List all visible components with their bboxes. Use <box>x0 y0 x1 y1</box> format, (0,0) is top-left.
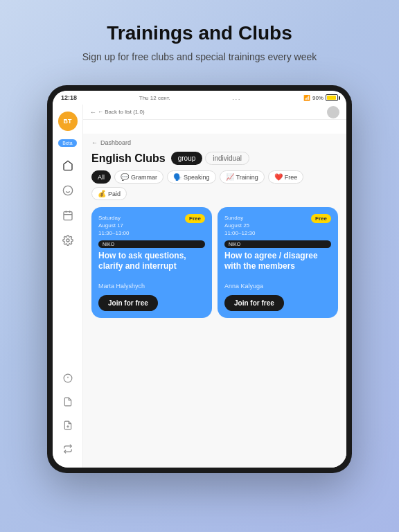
card-1-author: Marta Halyshych <box>98 283 205 290</box>
card-2-day: Sunday <box>224 214 256 222</box>
status-bar: 12:18 Thu 12 сент. ... 📶 90% <box>53 91 346 105</box>
sidebar-item-calendar[interactable] <box>60 208 76 223</box>
breadcrumb-arrow: ← <box>91 139 98 146</box>
sidebar-item-gear[interactable] <box>60 233 76 248</box>
card-2-join-btn[interactable]: Join for free <box>224 295 284 311</box>
card-1-title: How to ask questions, clarify and interr… <box>98 251 205 280</box>
svg-point-0 <box>63 186 72 195</box>
main-area: ← ← Back to list (1.0) ← Dashboard Engli… <box>83 105 346 468</box>
battery-area: 📶 90% <box>303 94 338 101</box>
sidebar-nav <box>60 152 76 371</box>
club-card-2: Sunday August 25 11:00–12:30 Free NIKO H… <box>218 207 338 318</box>
top-bar: ← ← Back to list (1.0) <box>83 105 346 120</box>
avatar[interactable]: BT <box>58 112 78 131</box>
breadcrumb-label: Dashboard <box>100 139 131 146</box>
card-1-niko-badge: NIKO <box>98 240 205 248</box>
card-1-join-btn[interactable]: Join for free <box>98 295 158 311</box>
card-1-date-num: August 17 <box>98 222 130 229</box>
back-label: ← Back to list (1.0) <box>98 109 145 115</box>
content: ← Dashboard English Clubs group individu… <box>83 134 346 468</box>
tab-individual-btn[interactable]: individual <box>205 152 249 165</box>
card-1-header: Saturday August 17 11:30–13:00 Free <box>98 214 205 238</box>
beta-badge: Beta <box>58 139 76 147</box>
breadcrumb: ← Dashboard <box>91 139 338 146</box>
sidebar-bottom-icon-3[interactable] <box>60 418 76 433</box>
card-2-niko-badge: NIKO <box>224 240 331 248</box>
top-avatar[interactable] <box>327 106 339 118</box>
card-1-time: 11:30–13:00 <box>98 229 130 237</box>
battery-icon <box>326 94 338 101</box>
page-header: English Clubs group individual <box>91 152 338 165</box>
sidebar-item-emoji[interactable] <box>60 183 76 198</box>
card-2-date: Sunday August 25 11:00–12:30 <box>224 214 256 238</box>
sidebar-item-home[interactable] <box>60 158 76 173</box>
filter-grammar[interactable]: 💬Grammar <box>114 170 163 184</box>
sidebar-bottom <box>60 371 76 468</box>
card-1-free-badge: Free <box>185 214 205 223</box>
battery-percent: 90% <box>312 95 323 101</box>
filter-speaking[interactable]: 🗣️Speaking <box>167 170 216 184</box>
sidebar-bottom-icon-4[interactable] <box>60 441 76 456</box>
filter-paid[interactable]: 💰Paid <box>91 187 127 200</box>
main-title: Trainings and Clubs <box>82 22 317 44</box>
page-title: English Clubs <box>91 152 166 165</box>
card-2-free-badge: Free <box>311 214 331 223</box>
card-2-date-num: August 25 <box>224 222 256 229</box>
status-dots: ... <box>233 95 242 101</box>
card-1-day: Saturday <box>98 214 130 222</box>
sub-title: Sign up for free clubs and special train… <box>82 50 317 64</box>
filter-all[interactable]: All <box>91 170 111 184</box>
card-2-title: How to agree / disagree with the members <box>224 251 331 280</box>
tab-group: group individual <box>171 152 249 165</box>
sidebar: BT Beta <box>53 91 83 468</box>
svg-point-7 <box>66 239 69 242</box>
back-button[interactable]: ← ← Back to list (1.0) <box>90 109 145 116</box>
club-card-1: Saturday August 17 11:30–13:00 Free NIKO… <box>91 207 212 318</box>
header-section: Trainings and Clubs Sign up for free clu… <box>69 0 331 78</box>
card-2-time: 11:00–12:30 <box>224 229 256 237</box>
sidebar-bottom-icon-1[interactable] <box>60 371 76 386</box>
cards-grid: Saturday August 17 11:30–13:00 Free NIKO… <box>91 207 338 318</box>
tab-group-btn[interactable]: group <box>171 152 203 165</box>
card-2-author: Anna Kalyuga <box>224 283 331 290</box>
status-time: 12:18 <box>61 94 77 101</box>
card-1-date: Saturday August 17 11:30–13:00 <box>98 214 130 238</box>
sidebar-bottom-icon-2[interactable] <box>60 394 76 409</box>
filter-bar: All 💬Grammar 🗣️Speaking 📈Training ❤️Free… <box>91 170 338 200</box>
wifi-icon: 📶 <box>303 95 310 101</box>
tablet-frame: 12:18 Thu 12 сент. ... 📶 90% BT Beta <box>47 85 352 473</box>
filter-free[interactable]: ❤️Free <box>268 170 304 184</box>
tablet-screen: 12:18 Thu 12 сент. ... 📶 90% BT Beta <box>53 91 346 468</box>
svg-rect-3 <box>64 212 72 220</box>
filter-training[interactable]: 📈Training <box>220 170 265 184</box>
card-2-header: Sunday August 25 11:00–12:30 Free <box>224 214 331 238</box>
status-date: Thu 12 сент. <box>139 95 170 101</box>
